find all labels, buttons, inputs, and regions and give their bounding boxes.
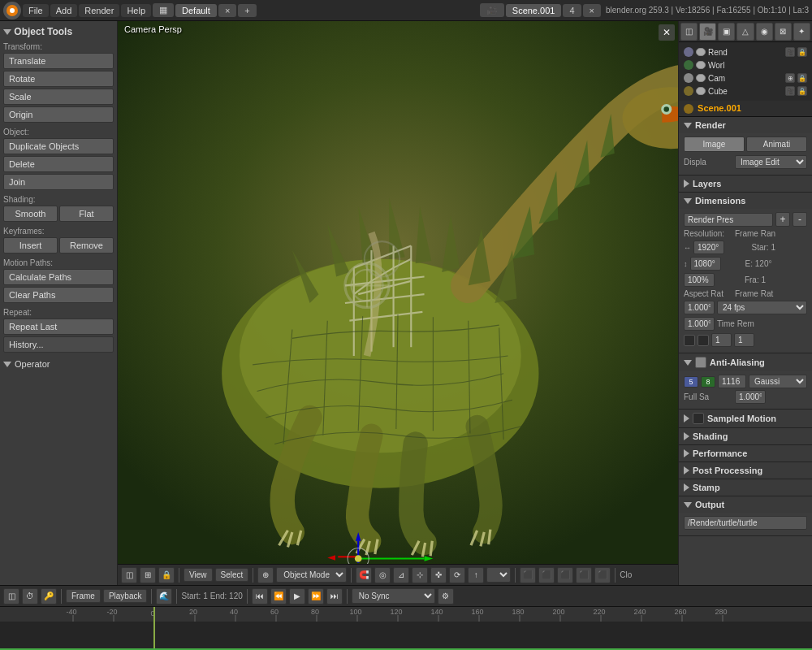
- vt-lock-icon[interactable]: 🔒: [158, 567, 175, 583]
- sm-checkbox[interactable]: [693, 413, 704, 424]
- object-mode-select[interactable]: Object Mode Edit Mode Sculpt Mode: [276, 567, 347, 583]
- origin-btn[interactable]: Origin: [3, 106, 114, 123]
- tl-layout-icon[interactable]: ◫: [3, 588, 19, 604]
- width-input[interactable]: [693, 240, 724, 254]
- tl-clock-icon[interactable]: ⏱: [22, 588, 38, 604]
- render-section-header[interactable]: Render: [679, 117, 812, 133]
- tree-row-world[interactable]: Worl: [682, 58, 809, 72]
- layers-section-header[interactable]: Layers: [679, 176, 812, 192]
- proportional-icon[interactable]: ◎: [374, 567, 391, 583]
- image-render-btn[interactable]: Image: [684, 136, 745, 152]
- performance-header[interactable]: Performance: [679, 445, 812, 462]
- scene-lock-icon[interactable]: 🔒: [797, 47, 807, 57]
- rp-icon-render[interactable]: 🎥: [699, 23, 716, 41]
- post-processing-header[interactable]: Post Processing: [679, 462, 812, 479]
- time1-input[interactable]: [711, 333, 732, 347]
- viewport-settings-btn[interactable]: ✕: [659, 24, 675, 41]
- menu-file[interactable]: File: [23, 4, 49, 17]
- scene-render-icon[interactable]: 🎥: [785, 47, 795, 57]
- tl-prev-frame-icon[interactable]: ⏪: [270, 588, 287, 604]
- cam-cursor-icon[interactable]: ⊕: [785, 73, 795, 83]
- layer4-icon[interactable]: ⬛: [576, 567, 592, 583]
- render-preset-input[interactable]: [684, 213, 773, 227]
- fps-select[interactable]: 24 fps 25 fps 30 fps: [717, 301, 807, 314]
- vt-layout-icon[interactable]: ◫: [121, 567, 137, 583]
- manip2-icon[interactable]: ⟳: [449, 567, 465, 583]
- timeline-content[interactable]: -40 -20 0 20 40 60 80 100 120 140: [0, 607, 812, 650]
- rp-icon-particles[interactable]: ✦: [793, 23, 810, 41]
- tree-row-cam[interactable]: Cam ⊕ 🔒: [682, 72, 809, 84]
- mirror-icon[interactable]: ⊿: [393, 567, 409, 583]
- preset-remove-btn[interactable]: -: [793, 212, 807, 227]
- tl-anim-icon[interactable]: 🌊: [156, 588, 172, 604]
- cube-lock-icon[interactable]: 🔒: [797, 86, 807, 96]
- height-input[interactable]: [690, 257, 721, 271]
- aspect-y-input[interactable]: [684, 317, 715, 331]
- blender-logo[interactable]: [3, 2, 21, 20]
- aa-checkbox[interactable]: [695, 357, 706, 368]
- sync-select[interactable]: No Sync AV Sync Frame Dropping: [352, 588, 435, 604]
- remove-btn[interactable]: Remove: [59, 237, 114, 254]
- output-header[interactable]: Output: [679, 496, 812, 513]
- aa-threshold-input[interactable]: [718, 375, 746, 388]
- operator-header[interactable]: Operator: [3, 359, 114, 369]
- repeat-last-btn[interactable]: Repeat Last: [3, 318, 114, 335]
- rp-icon-view[interactable]: ◫: [680, 23, 698, 41]
- menu-help[interactable]: Help: [121, 4, 151, 17]
- aa-val1[interactable]: 5: [684, 376, 698, 388]
- menu-add[interactable]: Add: [50, 4, 78, 17]
- cube-eye-icon[interactable]: [696, 87, 706, 95]
- join-btn[interactable]: Join: [3, 174, 114, 190]
- menu-render[interactable]: Render: [79, 4, 119, 17]
- aa-val2[interactable]: 8: [701, 376, 715, 388]
- pivot-icon[interactable]: ⊹: [412, 567, 428, 583]
- delete-btn[interactable]: Delete: [3, 156, 114, 172]
- rotate-btn[interactable]: Rotate: [3, 71, 114, 87]
- tl-skip-start-icon[interactable]: ⏮: [252, 588, 268, 604]
- manip3-icon[interactable]: ↑: [468, 567, 484, 583]
- rp-icon-object[interactable]: ▣: [718, 23, 735, 41]
- frame-close[interactable]: ×: [583, 4, 601, 17]
- tree-row-cube[interactable]: Cube 🎥 🔒: [682, 84, 809, 98]
- cube-cam-icon[interactable]: 🎥: [785, 86, 795, 96]
- layout-tab-icon[interactable]: ▦: [153, 3, 174, 17]
- scene-eye-icon[interactable]: [696, 48, 706, 56]
- animation-render-btn[interactable]: Animati: [746, 136, 807, 152]
- tree-row-scene[interactable]: Rend 🎥 🔒: [682, 46, 809, 58]
- transform-select[interactable]: Global: [486, 567, 511, 583]
- smooth-btn[interactable]: Smooth: [3, 206, 58, 222]
- stamp-header[interactable]: Stamp: [679, 479, 812, 496]
- anti-aliasing-header[interactable]: Anti-Aliasing: [679, 353, 812, 371]
- cam-eye-icon[interactable]: [696, 74, 706, 82]
- tab-close[interactable]: ×: [218, 4, 236, 17]
- rp-icon-material[interactable]: ◉: [756, 23, 773, 41]
- checkbox2[interactable]: [698, 335, 709, 346]
- tl-play-icon[interactable]: ▶: [289, 588, 305, 604]
- layer2-icon[interactable]: ⬛: [538, 567, 555, 583]
- layer5-icon[interactable]: ⬛: [594, 567, 611, 583]
- checkbox1[interactable]: [684, 335, 695, 346]
- translate-btn[interactable]: Translate: [3, 53, 114, 69]
- world-eye-icon[interactable]: [696, 61, 706, 69]
- tl-playback-btn[interactable]: Playback: [103, 589, 148, 603]
- insert-btn[interactable]: Insert: [3, 237, 58, 254]
- rp-icon-mesh[interactable]: △: [736, 23, 754, 41]
- select-menu[interactable]: Select: [215, 568, 249, 582]
- preset-add-btn[interactable]: +: [775, 212, 790, 227]
- aa-filter-val-input[interactable]: [735, 390, 766, 404]
- output-path-input[interactable]: [684, 516, 807, 530]
- tl-next-frame-icon[interactable]: ⏩: [308, 588, 324, 604]
- scale-btn[interactable]: Scale: [3, 89, 114, 105]
- dimensions-section-header[interactable]: Dimensions: [679, 193, 812, 209]
- vt-grid-icon[interactable]: ⊞: [140, 567, 156, 583]
- duplicate-objects-btn[interactable]: Duplicate Objects: [3, 138, 114, 154]
- tl-skip-end-icon[interactable]: ⏭: [326, 588, 343, 604]
- cursor-icon[interactable]: ⊕: [257, 567, 274, 583]
- snap-icon[interactable]: 🧲: [356, 567, 372, 583]
- tl-settings-icon[interactable]: ⚙: [438, 588, 454, 604]
- tl-key-icon[interactable]: 🔑: [41, 588, 57, 604]
- layout-tab-default[interactable]: Default: [175, 4, 217, 17]
- manip-icon[interactable]: ✜: [430, 567, 447, 583]
- history-btn[interactable]: History...: [3, 336, 114, 353]
- view-menu[interactable]: View: [184, 568, 213, 582]
